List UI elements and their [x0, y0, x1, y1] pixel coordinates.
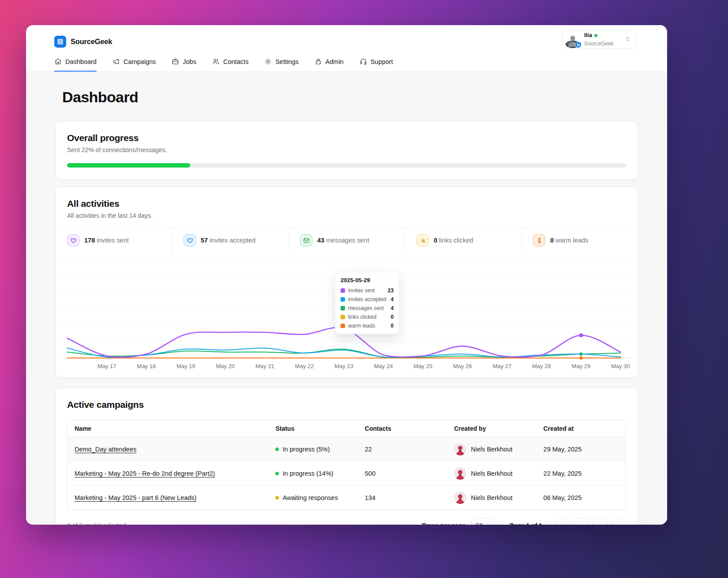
brand-name: SourceGeek	[71, 37, 112, 46]
creator-name: Niels Berkhout	[471, 494, 512, 501]
stat-label: invites accepted	[210, 237, 255, 244]
x-axis-label: May 30	[611, 363, 630, 369]
table-row[interactable]: Demo_Day attendees In progress (5%) 22 N…	[68, 437, 626, 462]
x-axis-label: May 27	[492, 363, 511, 369]
x-axis-label: May 18	[137, 363, 156, 369]
tooltip-label: links clicked	[348, 314, 387, 320]
creator-name: Niels Berkhout	[471, 470, 512, 477]
megaphone-icon	[113, 58, 120, 65]
x-axis-label: May 26	[453, 363, 472, 369]
status-badge: In progress (5%)	[282, 446, 330, 453]
page-indicator: Page 1 of 1	[510, 522, 542, 525]
active-campaigns-card: Active campaigns Name Status Contacts Cr…	[55, 388, 638, 525]
activity-chart[interactable]: May 17May 18May 19May 20May 21May 22May …	[56, 253, 638, 372]
rows-per-page-value: 50	[476, 522, 483, 525]
nav-label: Admin	[326, 58, 344, 65]
x-axis-label: May 23	[334, 363, 353, 369]
main-nav: Dashboard Campaigns Jobs Contacts Settin…	[54, 52, 639, 71]
column-header-contacts: Contacts	[358, 420, 447, 437]
chart-tooltip: 2025-05-29 invites sent 23 invites accep…	[335, 272, 399, 334]
stat-value: 0	[550, 237, 554, 244]
creator-avatar	[454, 443, 466, 455]
tooltip-row: messages sent 4	[341, 305, 394, 311]
overall-progress-title: Overall progress	[67, 133, 626, 143]
column-header-status: Status	[268, 420, 357, 437]
stat-links-clicked: 0links clicked	[405, 227, 522, 253]
created-at: 29 May, 2025	[537, 437, 626, 462]
status-dot	[275, 496, 279, 500]
tooltip-label: messages sent	[348, 305, 387, 311]
next-page-button[interactable]: ›	[593, 518, 608, 525]
prev-page-button[interactable]: ‹	[574, 518, 589, 525]
x-axis-label: May 22	[295, 363, 314, 369]
tooltip-value: 4	[390, 296, 394, 302]
contacts-count: 134	[358, 486, 447, 510]
table-row[interactable]: Marketing - May 2025 - part 6 (New Leads…	[68, 486, 626, 510]
app-window: SourceGeek Dashboard Campaigns Jobs Cont…	[26, 25, 667, 525]
rows-per-page-select[interactable]: 50	[471, 518, 497, 525]
click-spark-icon	[417, 234, 429, 246]
creator-avatar	[454, 467, 466, 480]
x-axis-label: May 21	[255, 363, 274, 369]
tooltip-value: 0	[390, 314, 394, 320]
stat-invites-sent: 178invites sent	[56, 227, 172, 253]
progress-bar	[67, 163, 626, 168]
brand[interactable]: SourceGeek	[54, 32, 639, 51]
top-header: SourceGeek Dashboard Campaigns Jobs Cont…	[26, 25, 667, 72]
x-axis-label: May 19	[176, 363, 195, 369]
nav-item-contacts[interactable]: Contacts	[212, 52, 248, 72]
user-name: Ilia	[584, 32, 592, 39]
nav-item-settings[interactable]: Settings	[264, 52, 298, 72]
table-footer: 0 of 3 row(s) selected Rows per page 50 …	[67, 518, 626, 525]
campaign-link[interactable]: Marketing - May 2025 - part 6 (New Leads…	[75, 494, 196, 501]
status-badge: Awaiting responses	[282, 494, 338, 501]
x-axis-label: May 17	[98, 363, 116, 369]
online-status-dot	[594, 34, 597, 37]
series-swatch	[341, 297, 345, 302]
tooltip-row: invites accepted 4	[341, 296, 394, 302]
x-axis-label: May 29	[572, 363, 591, 369]
stat-label: warm leads	[555, 237, 588, 244]
stat-warm-leads: 0warm leads	[522, 227, 638, 253]
briefcase-icon	[172, 58, 179, 65]
status-dot	[275, 447, 279, 451]
status-badge: In progress (14%)	[282, 470, 333, 477]
stat-value: 57	[201, 237, 208, 244]
tooltip-label: invites sent	[348, 287, 385, 294]
campaigns-table: Name Status Contacts Created by Created …	[67, 420, 626, 510]
nav-item-admin[interactable]: Admin	[315, 52, 344, 72]
main-content: Dashboard Overall progress Sent 22% of c…	[26, 72, 667, 525]
all-activities-card: All activities All activities in the las…	[55, 186, 638, 378]
heart-icon	[184, 234, 196, 246]
table-row[interactable]: Marketing - May 2025 - Re-do 2nd degree …	[68, 462, 626, 486]
campaign-link[interactable]: Marketing - May 2025 - Re-do 2nd degree …	[75, 470, 215, 477]
creator-avatar	[454, 492, 466, 504]
nav-label: Campaigns	[124, 58, 156, 65]
nav-item-jobs[interactable]: Jobs	[172, 52, 196, 72]
progress-fill	[67, 163, 190, 168]
hover-dot-warm-leads	[579, 356, 582, 359]
stat-label: messages sent	[326, 237, 369, 244]
overall-progress-card: Overall progress Sent 22% of connections…	[55, 121, 638, 179]
table-header-row: Name Status Contacts Created by Created …	[68, 420, 626, 437]
nav-item-dashboard[interactable]: Dashboard	[54, 52, 97, 72]
tooltip-row: invites sent 23	[341, 287, 394, 294]
hover-dot-messages-sent	[579, 352, 582, 355]
user-org: SourceGeek	[584, 41, 614, 47]
users-icon	[212, 58, 220, 65]
all-activities-subtitle: All activities in the last 14 days.	[67, 212, 626, 219]
campaign-link[interactable]: Demo_Day attendees	[75, 446, 136, 453]
tooltip-row: warm leads 0	[341, 323, 394, 329]
nav-item-support[interactable]: Support	[360, 52, 393, 72]
last-page-button[interactable]: »	[611, 518, 626, 525]
first-page-button[interactable]: «	[555, 518, 570, 525]
all-activities-title: All activities	[67, 198, 626, 209]
tooltip-value: 4	[390, 305, 394, 311]
stat-value: 178	[84, 237, 95, 244]
tooltip-row: links clicked 0	[341, 314, 394, 320]
user-menu[interactable]: Ilia SourceGeek	[562, 30, 636, 49]
tooltip-date: 2025-05-29	[341, 277, 394, 283]
nav-item-campaigns[interactable]: Campaigns	[113, 52, 156, 72]
envelope-icon	[300, 234, 312, 246]
nav-label: Dashboard	[65, 58, 97, 65]
